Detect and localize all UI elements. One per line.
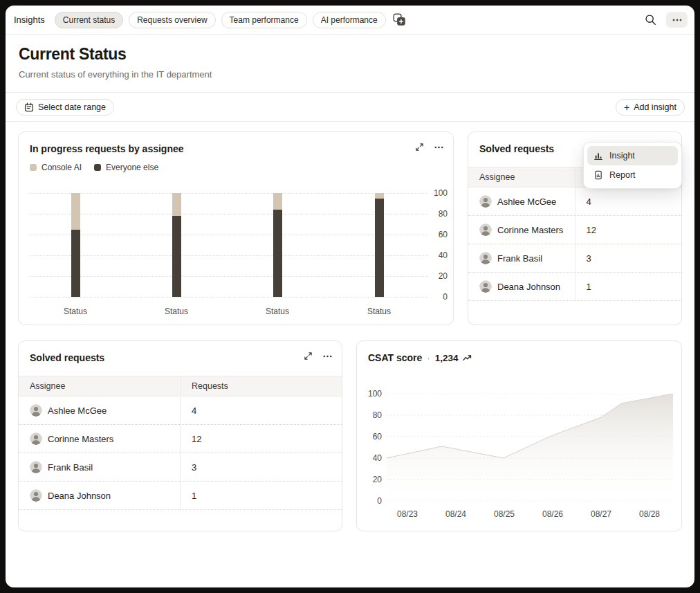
csat-area-fill [387,394,673,501]
stacked-bar[interactable] [375,193,384,297]
bar-segment-everyone-else [375,199,384,298]
assignee-name: Deana Johnson [497,282,560,292]
y-axis-tick: 0 [443,292,448,302]
avatar [479,280,492,293]
x-axis-label: 08/28 [630,509,669,519]
avatar [30,432,42,445]
card-csat-score: CSAT score · 1,234 020406080100 08/2308/… [356,340,682,531]
table-row[interactable]: Deana Johnson1 [468,273,681,301]
x-axis-label: Status [156,307,197,316]
ellipsis-icon [323,355,332,358]
add-view-button[interactable] [392,12,407,28]
search-icon [645,14,656,26]
add-insight-button[interactable]: + Add insight [616,99,685,116]
insights-label: Insights [14,15,45,25]
dot-separator: · [427,353,430,363]
gridline [30,276,428,277]
csat-kpi-value: 1,234 [435,353,459,363]
table-body: Ashlee McGee4Corinne Masters12Frank Basi… [19,396,342,510]
table-body: Ashlee McGee4Corinne Masters12Frank Basi… [468,188,681,301]
table-row[interactable]: Deana Johnson1 [19,482,342,510]
menu-item-report[interactable]: Report [587,165,678,185]
ellipsis-icon [434,146,443,149]
tab-requests-overview[interactable]: Requests overview [129,12,215,28]
select-date-range-button[interactable]: Select date range [16,99,114,116]
expand-icon [304,352,313,361]
page-subtitle: Current status of everything in the IT d… [19,69,694,80]
avatar [30,461,42,473]
chart-legend: Console AIEveryone else [30,163,158,172]
stacked-bar[interactable] [273,193,282,297]
legend-label: Everyone else [106,163,158,172]
ellipsis-icon [672,19,682,21]
expand-button[interactable] [415,143,424,152]
top-nav: Insights Current statusRequests overview… [6,6,694,35]
card-title: Solved requests [479,143,554,154]
page-title: Current Status [19,45,694,64]
stacked-bar[interactable] [71,193,80,297]
card-row-1: In progress requests by assignee [18,131,682,325]
bar-segment-console-ai [172,193,181,216]
tab-current-status[interactable]: Current status [55,12,123,28]
card-context-menu: InsightReport [583,142,682,189]
bar-segment-everyone-else [273,210,282,297]
legend-swatch [94,164,101,171]
assignee-cell: Corinne Masters [19,425,180,453]
search-button[interactable] [643,12,658,27]
assignee-cell: Corinne Masters [468,216,575,244]
solved-requests-table: Assignee Requests Ashlee McGee4Corinne M… [19,376,342,510]
gridline [30,214,428,215]
bar-segment-console-ai [273,193,282,210]
card-solved-requests-bottom: Solved requests [18,340,342,531]
expand-button[interactable] [304,352,313,361]
app-window: Insights Current statusRequests overview… [6,6,694,587]
gridline [30,235,428,235]
card-more-button[interactable] [434,146,443,149]
y-axis-tick: 100 [434,188,448,198]
table-row[interactable]: Corinne Masters12 [468,216,681,244]
stacked-bar[interactable] [172,193,181,297]
bar-segment-everyone-else [172,216,181,297]
table-row[interactable]: Ashlee McGee4 [19,396,342,425]
table-row[interactable]: Frank Basil3 [19,453,342,482]
assignee-name: Corinne Masters [48,434,113,444]
card-more-button[interactable] [323,355,332,358]
requests-count: 1 [575,273,682,300]
card-in-progress-requests: In progress requests by assignee [18,131,454,325]
avatar [479,195,492,208]
assignee-cell: Ashlee McGee [19,396,180,424]
requests-count: 12 [575,216,682,244]
table-row[interactable]: Ashlee McGee4 [468,188,681,216]
tab-team-performance[interactable]: Team performance [221,12,307,28]
table-header-row: Assignee Requests [19,376,342,396]
y-axis-tick: 0 [377,496,382,506]
column-header-assignee: Assignee [468,167,575,187]
nav-more-button[interactable] [666,12,688,28]
bar-segment-console-ai [71,193,80,230]
csat-area-chart [387,394,673,501]
gridline [30,297,428,298]
toolbar: Select date range + Add insight [6,92,694,122]
insight-bar-chart-icon [593,151,603,161]
table-row[interactable]: Corinne Masters12 [19,425,342,453]
menu-item-insight[interactable]: Insight [587,146,678,165]
assignee-name: Frank Basil [48,462,93,473]
page-header: Current Status Current status of everyth… [6,35,694,92]
x-axis-label: 08/26 [533,509,572,519]
add-insight-label: Add insight [634,102,676,112]
bar-chart-plot [30,193,428,297]
avatar [30,404,42,417]
table-row[interactable]: Frank Basil3 [468,244,681,273]
avatar [479,252,492,264]
menu-item-label: Insight [609,151,635,161]
content-area: In progress requests by assignee [6,122,694,531]
nav-tabs: Current statusRequests overviewTeam perf… [55,12,386,28]
legend-item[interactable]: Everyone else [94,163,158,172]
y-axis-tick: 40 [373,453,382,463]
legend-item[interactable]: Console AI [30,163,82,172]
assignee-name: Ashlee McGee [497,197,556,207]
tab-ai-performance[interactable]: AI performance [313,12,386,28]
gridline [30,193,428,194]
bar-segment-console-ai [375,193,384,199]
expand-icon [415,143,424,152]
